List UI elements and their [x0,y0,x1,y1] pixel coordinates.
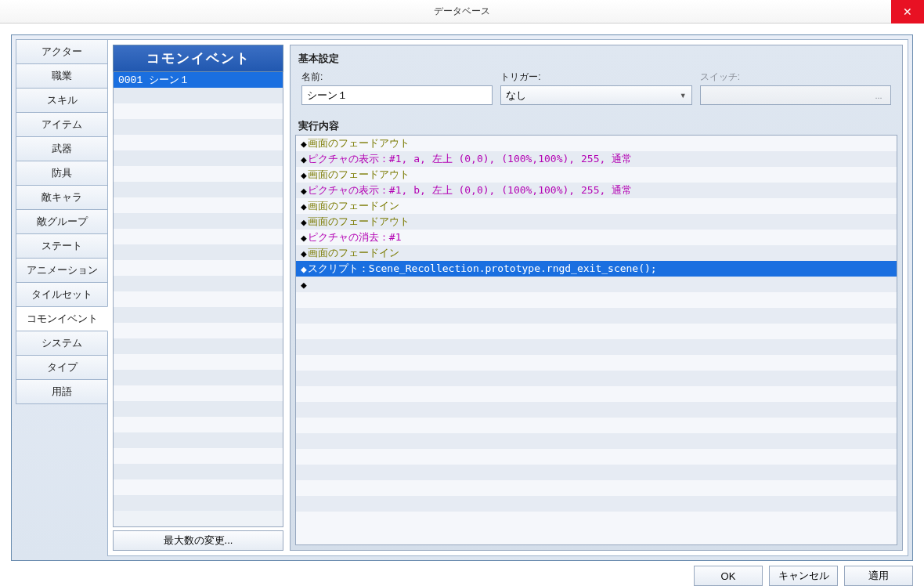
tab-5[interactable]: 防具 [16,161,108,186]
command-list[interactable]: ◆画面のフェードアウト◆ピクチャの表示：#1, a, 左上 (0,0), (10… [295,135,897,545]
exec-title: 実行内容 [295,118,897,135]
event-list-row[interactable] [114,354,283,370]
event-list-row[interactable] [114,103,283,119]
event-list-row[interactable] [114,88,283,103]
tab-6[interactable]: 敵キャラ [16,185,108,210]
event-list-row[interactable] [114,370,283,385]
event-list-row[interactable] [114,135,283,150]
tab-0[interactable]: アクター [16,39,108,64]
tab-13[interactable]: タイプ [16,355,108,380]
event-list-row[interactable] [114,307,283,323]
change-max-button[interactable]: 最大数の変更... [113,530,283,551]
tab-2[interactable]: スキル [16,88,108,113]
event-list-row[interactable] [114,213,283,229]
command-row[interactable]: ◆ピクチャの表示：#1, a, 左上 (0,0), (100%,100%), 2… [296,151,897,167]
cancel-button[interactable]: キャンセル [769,566,838,586]
tab-10[interactable]: タイルセット [16,282,108,307]
command-row[interactable]: ◆画面のフェードイン [296,245,897,261]
apply-button[interactable]: 適用 [844,566,913,586]
command-text: ピクチャの表示：#1, a, 左上 (0,0), (100%,100%), 25… [308,152,632,166]
event-list-row[interactable] [114,291,283,307]
command-row[interactable]: ◆ [296,277,897,292]
name-input[interactable] [301,85,493,105]
command-row[interactable] [296,339,897,355]
event-list-row[interactable] [114,432,283,448]
command-text: 画面のフェードアウト [308,215,410,229]
tab-11[interactable]: コモンイベント [16,306,108,331]
event-list-row[interactable] [114,276,283,291]
command-row[interactable] [296,292,897,308]
command-text: 画面のフェードイン [308,199,399,213]
event-list-row[interactable] [114,448,283,464]
event-list-row[interactable] [114,464,283,479]
tab-1[interactable]: 職業 [16,63,108,89]
category-tabs: アクター職業スキルアイテム武器防具敵キャラ敵グループステートアニメーションタイル… [16,39,108,556]
event-list-column: コモンイベント 0001 シーン１ 最大数の変更... [113,45,283,551]
diamond-icon: ◆ [301,185,307,197]
command-row[interactable] [296,371,897,386]
event-list-row[interactable] [114,244,283,260]
command-row[interactable] [296,480,897,496]
content-area: コモンイベント 0001 シーン１ 最大数の変更... 基本設定 名前: トリガ… [107,39,908,556]
event-list-row[interactable] [114,417,283,432]
event-list-row[interactable] [114,260,283,276]
diamond-icon: ◆ [301,216,307,228]
trigger-label: トリガー: [500,71,691,84]
command-row[interactable]: ◆ピクチャの消去：#1 [296,230,897,245]
command-row[interactable]: ◆画面のフェードアウト [296,167,897,183]
tab-7[interactable]: 敵グループ [16,209,108,234]
event-list-row[interactable] [114,166,283,182]
command-row[interactable] [296,386,897,402]
event-list-row[interactable] [114,182,283,197]
command-row[interactable]: ◆画面のフェードアウト [296,136,897,151]
command-row[interactable] [296,512,897,527]
command-row[interactable] [296,418,897,433]
detail-panel: 基本設定 名前: トリガー: なし ▼ [290,45,903,551]
command-row[interactable] [296,308,897,324]
tab-12[interactable]: システム [16,331,108,356]
main-panel: アクター職業スキルアイテム武器防具敵キャラ敵グループステートアニメーションタイル… [11,34,913,561]
tab-9[interactable]: アニメーション [16,258,108,283]
event-list-row[interactable] [114,338,283,354]
event-list-row[interactable] [114,479,283,495]
event-list-row[interactable] [114,323,283,338]
event-list-row[interactable] [114,229,283,244]
event-list-row[interactable] [114,385,283,401]
exec-content-group: 実行内容 ◆画面のフェードアウト◆ピクチャの表示：#1, a, 左上 (0,0)… [295,118,897,545]
tab-4[interactable]: 武器 [16,136,108,161]
diamond-icon: ◆ [301,154,307,165]
event-list[interactable]: 0001 シーン１ [113,72,283,527]
event-list-row[interactable] [114,495,283,511]
diamond-icon: ◆ [301,201,307,212]
command-row[interactable] [296,496,897,512]
command-row[interactable] [296,449,897,465]
event-list-row[interactable] [114,150,283,166]
event-list-header: コモンイベント [113,45,283,72]
window-title: データベース [434,5,490,18]
command-row[interactable] [296,465,897,480]
command-row[interactable]: ◆画面のフェードイン [296,198,897,214]
command-row[interactable] [296,324,897,339]
titlebar: データベース ✕ [0,0,924,24]
trigger-value: なし [506,89,526,103]
event-list-row[interactable]: 0001 シーン１ [114,72,283,88]
event-list-row[interactable] [114,119,283,135]
dialog-buttons: OK キャンセル 適用 [11,561,913,586]
tab-3[interactable]: アイテム [16,112,108,137]
trigger-select[interactable]: なし ▼ [500,85,691,105]
command-row[interactable] [296,402,897,418]
tab-8[interactable]: ステート [16,233,108,259]
command-row[interactable] [296,355,897,371]
command-text: スクリプト：Scene_Recollection.prototype.rngd_… [308,262,657,276]
event-list-row[interactable] [114,401,283,417]
switch-select: ... [700,85,891,105]
ok-button[interactable]: OK [694,566,763,586]
command-row[interactable]: ◆画面のフェードアウト [296,214,897,230]
command-row[interactable]: ◆ピクチャの表示：#1, b, 左上 (0,0), (100%,100%), 2… [296,183,897,198]
command-row[interactable]: ◆スクリプト：Scene_Recollection.prototype.rngd… [296,261,897,277]
command-text: 画面のフェードイン [308,246,399,260]
command-row[interactable] [296,433,897,449]
close-button[interactable]: ✕ [891,0,924,24]
tab-14[interactable]: 用語 [16,379,108,404]
event-list-row[interactable] [114,197,283,213]
